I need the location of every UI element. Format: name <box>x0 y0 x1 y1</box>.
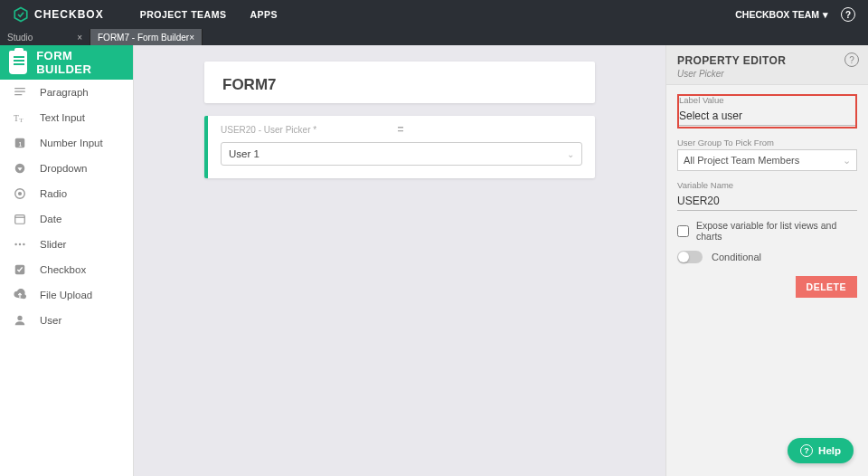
palette-item-file-upload[interactable]: File Upload <box>0 282 133 308</box>
palette-item-slider[interactable]: Slider <box>0 232 133 257</box>
conditional-row: Conditional <box>677 251 857 263</box>
label-value-field: Label Value <box>677 94 857 129</box>
user-group-select-value: All Project Team Members <box>684 155 799 166</box>
property-editor: PROPERTY EDITOR User Picker ? Label Valu… <box>665 45 868 476</box>
user-group-select[interactable]: All Project Team Members ⌄ <box>677 149 857 171</box>
help-icon: ? <box>800 444 813 457</box>
palette-item-label: Paragraph <box>40 87 89 98</box>
top-help-icon[interactable]: ? <box>841 7 855 22</box>
top-right: CHECKBOX TEAM ▾ ? <box>735 7 855 22</box>
checkbox-icon <box>13 262 27 277</box>
top-nav: PROJECT TEAMS APPS <box>140 9 278 20</box>
palette-item-checkbox[interactable]: Checkbox <box>0 257 133 282</box>
expose-variable-checkbox[interactable] <box>677 225 689 237</box>
conditional-label: Conditional <box>712 252 761 262</box>
palette-item-label: Slider <box>40 239 66 250</box>
svg-text:T: T <box>14 113 19 123</box>
palette-item-number-input[interactable]: 1 Number Input <box>0 130 133 156</box>
property-editor-body: Label Value User Group To Pick From All … <box>666 85 868 307</box>
svg-point-12 <box>19 243 21 245</box>
chevron-down-icon: ⌄ <box>843 155 851 167</box>
svg-point-13 <box>23 243 24 245</box>
field-label: User Group To Pick From <box>677 138 857 148</box>
user-select[interactable]: User 1 ⌄ <box>221 142 582 166</box>
user-group-field: User Group To Pick From All Project Team… <box>677 138 857 171</box>
dropdown-icon <box>13 161 27 176</box>
property-editor-subtitle: User Picker <box>677 69 857 79</box>
palette-item-label: Dropdown <box>40 163 87 174</box>
palette-item-label: File Upload <box>40 290 92 300</box>
form-title: FORM7 <box>204 62 595 103</box>
palette-item-label: User <box>40 315 61 326</box>
team-switcher[interactable]: CHECKBOX TEAM ▾ <box>735 9 828 20</box>
date-icon <box>13 212 27 226</box>
variable-name-field: Variable Name <box>677 180 857 211</box>
nav-apps[interactable]: APPS <box>250 9 278 20</box>
variable-name-input[interactable] <box>677 192 857 211</box>
tab-close-icon[interactable]: × <box>77 33 82 43</box>
body: FORM BUILDER Paragraph TT Text Input 1 N… <box>0 45 868 476</box>
svg-text:1: 1 <box>18 140 22 148</box>
nav-project-teams[interactable]: PROJECT TEAMS <box>140 9 227 20</box>
clipboard-icon <box>9 51 27 74</box>
svg-rect-9 <box>15 215 25 224</box>
brand-text: CHECKBOX <box>34 8 104 21</box>
field-label: Variable Name <box>677 180 857 190</box>
svg-point-8 <box>18 192 22 195</box>
property-editor-title: PROPERTY EDITOR <box>677 54 857 67</box>
property-editor-help-icon[interactable]: ? <box>844 52 859 67</box>
tab-strip: Studio × FORM7 - Form Builder × <box>0 29 868 45</box>
team-label: CHECKBOX TEAM <box>735 9 819 20</box>
svg-point-15 <box>17 316 22 320</box>
file-upload-icon <box>13 288 27 302</box>
svg-text:T: T <box>19 117 24 124</box>
property-editor-header: PROPERTY EDITOR User Picker ? <box>666 45 868 85</box>
floating-help-button[interactable]: ? Help <box>788 438 854 463</box>
svg-marker-0 <box>14 8 27 22</box>
user-select-value: User 1 <box>229 148 259 159</box>
tab-form7[interactable]: FORM7 - Form Builder × <box>90 29 203 45</box>
user-picker-field[interactable]: = USER20 - User Picker * User 1 ⌄ <box>204 116 595 178</box>
palette-item-label: Radio <box>40 188 67 199</box>
palette-item-radio[interactable]: Radio <box>0 181 133 206</box>
user-icon <box>13 313 27 328</box>
svg-point-11 <box>14 243 16 245</box>
label-value-input[interactable] <box>679 107 855 126</box>
palette-item-label: Checkbox <box>40 264 86 275</box>
drag-handle-icon[interactable]: = <box>397 123 405 136</box>
palette-item-paragraph[interactable]: Paragraph <box>0 80 133 105</box>
palette-item-text-input[interactable]: TT Text Input <box>0 105 133 130</box>
delete-button[interactable]: DELETE <box>796 276 857 298</box>
palette-title: FORM BUILDER <box>36 49 124 76</box>
form-canvas[interactable]: FORM7 = USER20 - User Picker * User 1 ⌄ <box>134 45 665 476</box>
tab-label: FORM7 - Form Builder <box>98 33 189 43</box>
number-input-icon: 1 <box>13 136 27 150</box>
field-label: Label Value <box>679 95 855 105</box>
expose-variable-row[interactable]: Expose variable for list views and chart… <box>677 220 857 242</box>
brand: CHECKBOX <box>13 6 104 23</box>
top-bar: CHECKBOX PROJECT TEAMS APPS CHECKBOX TEA… <box>0 0 868 29</box>
caret-down-icon: ▾ <box>823 9 828 20</box>
component-palette: FORM BUILDER Paragraph TT Text Input 1 N… <box>0 45 134 476</box>
palette-item-date[interactable]: Date <box>0 206 133 232</box>
help-label: Help <box>818 445 841 456</box>
tab-close-icon[interactable]: × <box>189 33 194 43</box>
radio-icon <box>13 186 27 201</box>
paragraph-icon <box>13 85 27 100</box>
conditional-toggle[interactable] <box>677 251 703 263</box>
tab-studio[interactable]: Studio × <box>0 29 90 45</box>
palette-header: FORM BUILDER <box>0 45 133 80</box>
form-title-card[interactable]: FORM7 <box>204 62 595 103</box>
palette-item-user[interactable]: User <box>0 308 133 333</box>
text-input-icon: TT <box>13 110 27 125</box>
expose-variable-label: Expose variable for list views and chart… <box>696 220 857 242</box>
palette-item-dropdown[interactable]: Dropdown <box>0 156 133 181</box>
palette-item-label: Date <box>40 214 61 224</box>
chevron-down-icon: ⌄ <box>567 149 574 159</box>
palette-item-label: Number Input <box>40 138 103 148</box>
tab-label: Studio <box>7 33 33 43</box>
palette-item-label: Text Input <box>40 112 85 123</box>
brand-hexagon-icon <box>13 6 29 23</box>
slider-icon <box>13 237 27 252</box>
